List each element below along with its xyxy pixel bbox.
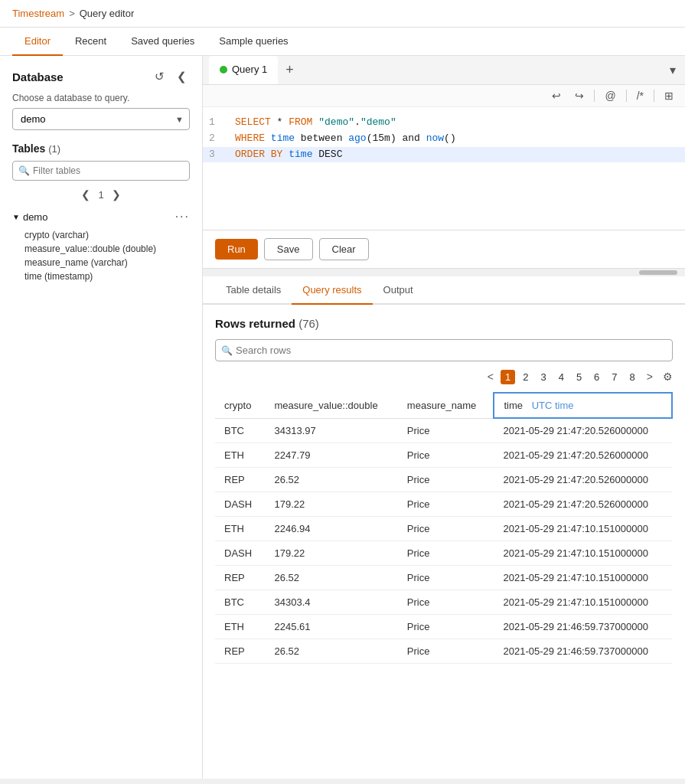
cell-measure-name: Price	[398, 443, 494, 468]
sidebar: Database ↺ ❮ Choose a database to query.…	[0, 56, 203, 779]
tables-next-btn[interactable]: ❯	[112, 188, 121, 201]
toolbar-divider-2	[626, 90, 627, 102]
page-4-btn[interactable]: 4	[554, 370, 569, 384]
cell-time: 2021-05-29 21:46:59.737000000	[494, 639, 672, 664]
tab-sample-queries[interactable]: Sample queries	[207, 28, 300, 56]
cell-measure-name: Price	[398, 566, 494, 590]
query-status-dot	[220, 66, 227, 74]
cell-measure-name: Price	[398, 468, 494, 492]
tree-db-row: ▼ demo ···	[12, 210, 190, 224]
cell-measure-name: Price	[398, 418, 494, 443]
tables-prev-btn[interactable]: ❮	[81, 188, 90, 201]
save-button[interactable]: Save	[264, 238, 313, 260]
main-content: Query 1 + ▾ ↩ ↪ @ /* ⊞ 1	[203, 56, 685, 779]
pagination-settings-icon[interactable]: ⚙	[663, 371, 673, 383]
list-item: time (timestamp)	[24, 270, 190, 283]
query-tab-1[interactable]: Query 1	[209, 56, 278, 84]
table-row: ETH 2247.79 Price 2021-05-29 21:47:20.52…	[215, 443, 672, 468]
sidebar-header-actions: ↺ ❮	[152, 68, 190, 85]
add-query-tab-btn[interactable]: +	[279, 59, 300, 81]
cell-crypto: DASH	[215, 541, 265, 566]
list-item: crypto (varchar)	[24, 228, 190, 242]
page-6-btn[interactable]: 6	[589, 370, 604, 384]
list-item: measure_name (varchar)	[24, 256, 190, 270]
db-select-wrapper: demo ▼	[12, 108, 190, 130]
editor-toolbar: ↩ ↪ @ /* ⊞	[203, 85, 685, 107]
col-measure-name: measure_name	[398, 393, 494, 418]
tab-editor[interactable]: Editor	[12, 28, 63, 56]
results-pagination: < 1 2 3 4 5 6 7 8 > ⚙	[215, 369, 673, 384]
col-measure-value: measure_value::double	[265, 393, 397, 418]
prev-page-btn[interactable]: <	[484, 369, 497, 384]
page-7-btn[interactable]: 7	[607, 370, 621, 384]
cell-measure-value: 2247.79	[265, 443, 397, 468]
page-1-btn[interactable]: 1	[501, 370, 515, 384]
cell-measure-name: Price	[398, 615, 494, 639]
tab-table-details[interactable]: Table details	[215, 276, 292, 305]
search-rows-input[interactable]	[215, 339, 673, 361]
run-button[interactable]: Run	[215, 239, 258, 260]
app-body: Database ↺ ❮ Choose a database to query.…	[0, 56, 685, 779]
comment-btn[interactable]: /*	[633, 88, 647, 103]
tab-output[interactable]: Output	[373, 276, 424, 305]
filter-tables-wrapper: 🔍	[12, 161, 190, 181]
cell-time: 2021-05-29 21:47:10.151000000	[494, 566, 672, 590]
undo-btn[interactable]: ↩	[548, 88, 565, 103]
tree-fields: crypto (varchar) measure_value::double (…	[12, 228, 190, 283]
cell-crypto: BTC	[215, 590, 265, 615]
cell-time: 2021-05-29 21:47:20.526000000	[494, 492, 672, 517]
cell-measure-value: 26.52	[265, 468, 397, 492]
cell-crypto: DASH	[215, 492, 265, 517]
db-select[interactable]: demo	[12, 108, 190, 130]
search-icon: 🔍	[18, 165, 30, 176]
redo-btn[interactable]: ↪	[571, 88, 588, 103]
tab-recent[interactable]: Recent	[63, 28, 119, 56]
tab-menu-icon[interactable]: ▾	[670, 63, 676, 77]
table-row: REP 26.52 Price 2021-05-29 21:47:20.5260…	[215, 468, 672, 492]
filter-tables-input[interactable]	[12, 161, 190, 181]
cell-crypto: BTC	[215, 418, 265, 443]
search-rows-icon: 🔍	[221, 345, 233, 356]
cell-measure-name: Price	[398, 541, 494, 566]
cell-time: 2021-05-29 21:47:20.526000000	[494, 418, 672, 443]
tables-title: Tables (1)	[12, 142, 60, 155]
cell-measure-value: 34313.97	[265, 418, 397, 443]
cell-time: 2021-05-29 21:46:59.737000000	[494, 615, 672, 639]
cell-measure-name: Price	[398, 517, 494, 541]
page-3-btn[interactable]: 3	[536, 370, 550, 384]
rows-returned-header: Rows returned (76)	[215, 317, 673, 330]
tables-page-num: 1	[98, 189, 103, 201]
breadcrumb-current: Query editor	[80, 8, 135, 19]
page-5-btn[interactable]: 5	[572, 370, 586, 384]
code-line-3: 3 ORDER BY time DESC	[203, 147, 685, 163]
table-tree: ▼ demo ··· crypto (varchar) measure_valu…	[12, 210, 190, 283]
page-2-btn[interactable]: 2	[518, 370, 533, 384]
utc-label: UTC time	[532, 400, 574, 411]
cell-crypto: ETH	[215, 615, 265, 639]
collapse-icon[interactable]: ❮	[174, 68, 190, 85]
table-row: BTC 34313.97 Price 2021-05-29 21:47:20.5…	[215, 418, 672, 443]
refresh-icon[interactable]: ↺	[152, 68, 168, 85]
cell-measure-value: 2246.94	[265, 517, 397, 541]
table-body: BTC 34313.97 Price 2021-05-29 21:47:20.5…	[215, 418, 672, 664]
cell-crypto: REP	[215, 639, 265, 664]
cell-measure-value: 179.22	[265, 541, 397, 566]
table-row: REP 26.52 Price 2021-05-29 21:47:10.1510…	[215, 566, 672, 590]
grid-btn[interactable]: ⊞	[661, 88, 677, 103]
list-item: measure_value::double (double)	[24, 242, 190, 256]
next-page-btn[interactable]: >	[643, 369, 657, 384]
breadcrumb-separator: >	[69, 8, 75, 19]
breadcrumb-link[interactable]: Timestream	[12, 8, 64, 19]
query-tab-label: Query 1	[232, 64, 267, 75]
tab-saved-queries[interactable]: Saved queries	[119, 28, 207, 56]
code-editor[interactable]: 1 SELECT * FROM "demo"."demo" 2 WHERE ti…	[203, 107, 685, 230]
tree-db-name: ▼ demo	[12, 211, 47, 223]
page-8-btn[interactable]: 8	[625, 370, 640, 384]
horizontal-scrollbar[interactable]	[203, 269, 685, 276]
tab-query-results[interactable]: Query results	[292, 276, 372, 305]
clear-button[interactable]: Clear	[319, 238, 369, 260]
cell-time: 2021-05-29 21:47:10.151000000	[494, 541, 672, 566]
at-btn[interactable]: @	[601, 88, 619, 103]
tree-more-btn[interactable]: ···	[175, 210, 190, 224]
table-row: ETH 2246.94 Price 2021-05-29 21:47:10.15…	[215, 517, 672, 541]
